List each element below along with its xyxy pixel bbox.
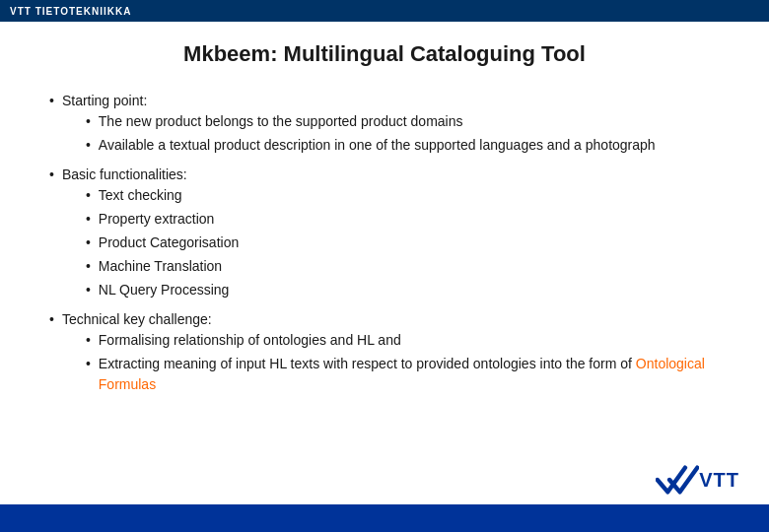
sp1-text: The new product belongs to the supported… [99, 111, 463, 132]
bf4-text: Machine Translation [99, 256, 222, 277]
sp-item-1: • The new product belongs to the support… [86, 111, 656, 132]
bullet-marker-bf5: • [86, 280, 91, 300]
section-tech-challenge: • Technical key challenge: • Formalising… [49, 309, 720, 398]
header-bar: VTT TIETOTEKNIIKKA [0, 0, 769, 22]
section-tech-challenge-content: Technical key challenge: • Formalising r… [62, 309, 720, 398]
bullet-marker-tc1: • [86, 330, 91, 351]
bf-item-2: • Property extraction [86, 209, 239, 230]
bullet-marker-bf4: • [86, 256, 91, 277]
bf-item-1: • Text checking [86, 185, 239, 206]
vtt-logo-svg [656, 461, 699, 499]
tc2-text: Extracting meaning of input HL texts wit… [99, 354, 720, 395]
tc-item-2: • Extracting meaning of input HL texts w… [86, 354, 720, 395]
tc1-text: Formalising relationship of ontologies a… [99, 330, 401, 351]
section-basic-func-content: Basic functionalities: • Text checking •… [62, 165, 239, 303]
section-starting-point: • Starting point: • The new product belo… [49, 91, 720, 159]
section-starting-point-content: Starting point: • The new product belong… [62, 91, 656, 159]
sp-item-2: • Available a textual product descriptio… [86, 135, 656, 156]
bullet-marker-sp2: • [86, 135, 91, 156]
tech-challenge-label: Technical key challenge: [62, 311, 212, 327]
bf-item-5: • NL Query Processing [86, 280, 239, 300]
section-basic-func: • Basic functionalities: • Text checking… [49, 165, 720, 303]
tc2-text-prefix: Extracting meaning of input HL texts wit… [99, 356, 636, 371]
footer-bar [0, 504, 769, 532]
bullet-marker-bf1: • [86, 185, 91, 206]
starting-point-label: Starting point: [62, 93, 147, 108]
sp2-text: Available a textual product description … [99, 135, 656, 156]
bullet-marker-bf2: • [86, 209, 91, 230]
bullet-marker-l1: • [49, 91, 54, 111]
basic-func-label: Basic functionalities: [62, 166, 187, 182]
bf3-text: Product Categorisation [99, 233, 239, 253]
bf-item-3: • Product Categorisation [86, 233, 239, 253]
bf1-text: Text checking [99, 185, 182, 206]
bf2-text: Property extraction [99, 209, 215, 230]
bullet-marker-bf3: • [86, 233, 91, 253]
bf5-text: NL Query Processing [99, 280, 230, 300]
tc-item-1: • Formalising relationship of ontologies… [86, 330, 720, 351]
bf-item-4: • Machine Translation [86, 256, 239, 277]
page-title: Mkbeem: Multilingual Cataloguing Tool [49, 41, 720, 67]
bullet-marker-tc: • [49, 309, 54, 330]
main-content: Mkbeem: Multilingual Cataloguing Tool • … [0, 22, 769, 424]
bullet-marker-sp1: • [86, 111, 91, 132]
header-logo-text: VTT TIETOTEKNIIKKA [10, 6, 131, 17]
bullet-marker-bf: • [49, 165, 54, 185]
vtt-logo-text: VTT [699, 469, 739, 492]
bullet-marker-tc2: • [86, 354, 91, 374]
vtt-logo: VTT [656, 461, 739, 499]
